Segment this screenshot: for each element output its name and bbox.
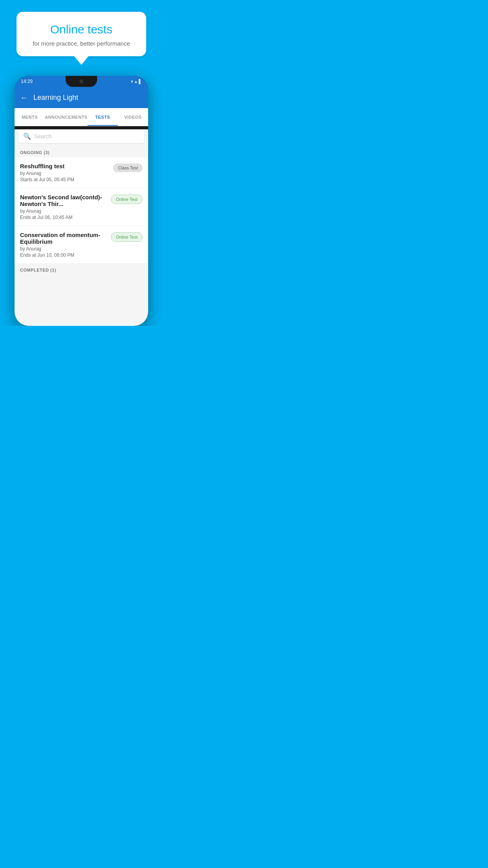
tab-tests[interactable]: TESTS: [88, 108, 118, 126]
test-info-conservation: Conservation of momentum-Equilibrium by …: [20, 232, 107, 258]
tab-ments[interactable]: MENTS: [15, 108, 45, 126]
test-by-conservation: by Anurag: [20, 246, 107, 252]
content-area: 🔍 Search ONGOING (3) Reshuffling test by…: [15, 129, 148, 326]
ongoing-section-header: ONGOING (3): [15, 146, 148, 157]
list-item[interactable]: Reshuffling test by Anurag Starts at Jul…: [15, 157, 148, 188]
search-icon: 🔍: [23, 132, 31, 140]
status-icons: ▾ ▴ ▌: [131, 79, 142, 84]
tab-bar: MENTS ANNOUNCEMENTS TESTS VIDEOS: [15, 108, 148, 126]
tab-announcements[interactable]: ANNOUNCEMENTS: [45, 108, 88, 126]
test-by-newtons: by Anurag: [20, 208, 107, 214]
test-info-newtons: Newton's Second law(contd)-Newton's Thir…: [20, 194, 107, 220]
completed-section-header: COMPLETED (1): [15, 264, 148, 275]
test-date-newtons: Ends at Jul 06, 10:45 AM: [20, 215, 107, 220]
status-time: 14:29: [21, 79, 33, 84]
test-name-reshuffling: Reshuffling test: [20, 163, 109, 169]
badge-online-test-conservation: Online Test: [111, 232, 143, 242]
test-date-reshuffling: Starts at Jul 05, 05:45 PM: [20, 177, 109, 182]
app-title: Learning Light: [33, 94, 78, 102]
list-item[interactable]: Conservation of momentum-Equilibrium by …: [15, 226, 148, 264]
camera-dot: [79, 79, 83, 83]
app-bar: ← Learning Light: [15, 87, 148, 108]
badge-online-test-newtons: Online Test: [111, 195, 143, 204]
search-input[interactable]: Search: [34, 133, 51, 140]
promo-section: Online tests for more practice, better p…: [0, 0, 163, 56]
test-by-reshuffling: by Anurag: [20, 171, 109, 176]
phone-mockup: 14:29 ▾ ▴ ▌ ← Learning Light MENTS ANNOU…: [15, 76, 148, 326]
list-item[interactable]: Newton's Second law(contd)-Newton's Thir…: [15, 188, 148, 226]
battery-icon: ▌: [139, 79, 142, 84]
wifi-icon: ▾: [131, 79, 133, 84]
signal-icon: ▴: [135, 79, 137, 84]
promo-title: Online tests: [28, 23, 134, 36]
speech-bubble: Online tests for more practice, better p…: [17, 12, 146, 56]
search-bar[interactable]: 🔍 Search: [18, 129, 144, 143]
tab-videos[interactable]: VIDEOS: [118, 108, 148, 126]
test-date-conservation: Ends at Jun 10, 06:00 PM: [20, 252, 107, 258]
promo-subtitle: for more practice, better performance: [28, 40, 134, 47]
test-list: Reshuffling test by Anurag Starts at Jul…: [15, 157, 148, 264]
test-info-reshuffling: Reshuffling test by Anurag Starts at Jul…: [20, 163, 109, 182]
test-name-conservation: Conservation of momentum-Equilibrium: [20, 232, 107, 245]
back-button[interactable]: ←: [20, 93, 28, 102]
test-name-newtons: Newton's Second law(contd)-Newton's Thir…: [20, 194, 107, 207]
badge-class-test: Class Test: [113, 164, 143, 172]
